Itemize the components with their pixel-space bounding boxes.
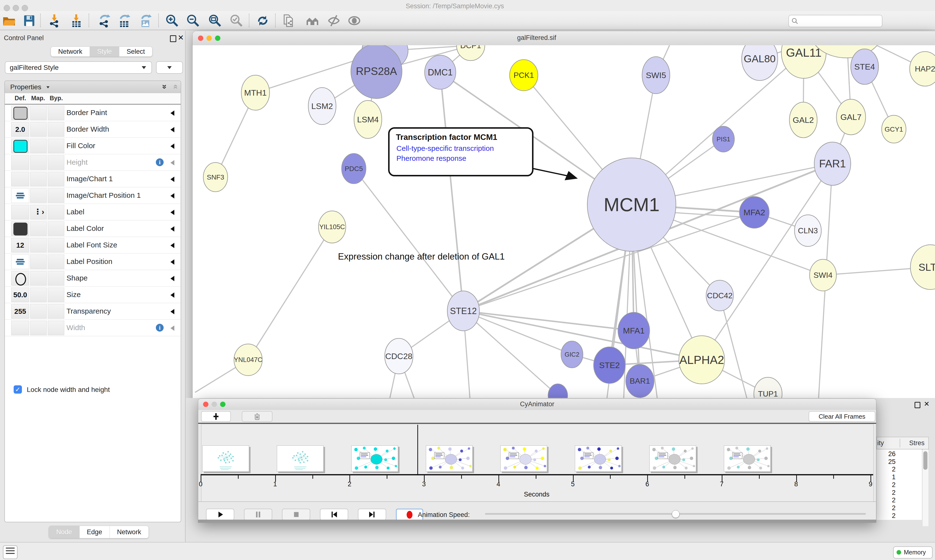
map-cell[interactable] [30,172,47,186]
def-cell[interactable]: 2.0 [11,122,29,137]
def-cell[interactable]: 50.0 [11,288,29,302]
byp-cell[interactable] [48,188,64,203]
properties-header[interactable]: Properties » » [5,81,181,94]
hide-selected-icon[interactable] [326,13,341,28]
table-cell-value[interactable]: 2 [876,497,896,504]
list-icon[interactable] [3,545,17,559]
float-panel-icon[interactable] [170,35,176,42]
collapse-arrow-icon[interactable] [170,210,174,215]
annotation-link[interactable]: Cell-type-specific transcription [397,143,532,153]
map-cell[interactable] [30,106,47,120]
map-cell[interactable] [30,138,47,153]
network-edge[interactable] [354,169,463,311]
skip-to-start-button[interactable] [320,509,348,520]
network-edge[interactable] [702,164,833,360]
map-cell[interactable] [30,188,47,203]
info-icon[interactable]: i [156,324,164,332]
table-cell-value[interactable]: 2 [876,489,896,497]
tab-node[interactable]: Node [49,526,80,538]
style-property-row-image-chart-1[interactable]: Image/Chart 1 [5,171,181,187]
network-edge[interactable] [248,227,332,360]
byp-cell[interactable] [48,288,64,302]
style-selector-dropdown[interactable]: galFiltered Style [5,61,152,74]
def-cell[interactable] [11,254,29,269]
collapse-arrow-icon[interactable] [170,226,174,232]
style-property-row-transparency[interactable]: 255Transparency [5,303,181,320]
byp-cell[interactable] [48,106,64,120]
collapse-arrow-icon[interactable] [170,111,174,116]
collapse-arrow-icon[interactable] [170,127,174,132]
byp-cell[interactable] [48,321,64,335]
collapse-arrow-icon[interactable] [170,259,174,265]
map-cell[interactable] [30,321,47,335]
animation-speed-slider[interactable] [485,513,866,515]
animation-frame-1[interactable] [277,445,324,472]
animation-frame-3[interactable] [426,445,473,472]
animation-frame-2[interactable] [351,445,398,472]
animation-frame-4[interactable] [500,445,547,472]
animation-frame-6[interactable] [650,445,696,472]
close-window-button[interactable] [203,402,208,407]
style-property-row-shape[interactable]: Shape [5,270,181,286]
add-frame-button[interactable] [201,411,231,422]
first-neighbors-icon[interactable] [305,13,320,28]
column-divider[interactable] [900,438,900,448]
animation-frame-7[interactable] [724,445,771,472]
map-cell[interactable] [30,222,47,236]
table-cell-value[interactable]: 25 [876,458,896,466]
zoom-window-button[interactable] [215,35,221,41]
refresh-layout-icon[interactable] [255,13,270,28]
table-cell-value[interactable]: 26 [876,450,896,458]
export-network-icon[interactable] [96,13,111,28]
tab-network[interactable]: Network [110,526,148,538]
network-canvas[interactable]: RPS28ADMC1DCP1PCK1MTH1LSM2LSM4SNF3PDC5YI… [193,45,935,405]
column-header[interactable]: Stres [909,439,924,447]
minimize-window-button[interactable] [211,402,217,407]
style-property-row-label-font-size[interactable]: 12Label Font Size [5,237,181,254]
minimize-window-button[interactable] [207,35,212,41]
search-input[interactable] [788,15,883,27]
zoom-fit-icon[interactable] [207,13,222,28]
style-property-row-label-position[interactable]: Label Position [5,254,181,270]
def-cell[interactable]: 255 [11,304,29,319]
table-cell-value[interactable]: 2 [876,504,896,512]
zoom-window-button[interactable] [220,402,225,407]
cyanimator-titlebar[interactable]: CyAnimator [198,399,876,410]
table-cell-value[interactable]: 2 [876,481,896,489]
def-cell[interactable] [11,106,29,120]
def-cell[interactable] [11,222,29,236]
collapse-arrow-icon[interactable] [170,309,174,314]
column-header[interactable]: ity [877,439,884,447]
style-property-row-border-width[interactable]: 2.0Border Width [5,121,181,138]
animation-frame-5[interactable] [575,445,622,472]
annotation-box[interactable]: Transcription factor MCM1 Cell-type-spec… [388,127,534,176]
map-cell[interactable] [30,122,47,137]
collapse-arrow-icon[interactable] [170,276,174,281]
open-session-icon[interactable] [2,13,17,28]
style-property-row-border-paint[interactable]: Border Paint [5,105,181,121]
import-table-icon[interactable] [69,13,84,28]
collapse-arrow-icon[interactable] [170,193,174,198]
animation-frame-0[interactable] [202,445,249,472]
table-cell-value[interactable]: 2 [876,466,896,473]
byp-cell[interactable] [48,172,64,186]
tab-select[interactable]: Select [119,47,152,57]
map-cell[interactable] [30,238,47,252]
tab-style[interactable]: Style [90,47,119,57]
network-edge[interactable] [440,72,463,311]
close-window-button[interactable] [198,35,203,41]
def-cell[interactable]: 12 [11,238,29,252]
map-cell[interactable] [30,155,47,170]
def-cell[interactable] [11,205,29,219]
collapse-arrow-icon[interactable] [170,160,174,165]
map-cell[interactable] [30,288,47,302]
byp-cell[interactable] [48,138,64,153]
map-cell[interactable] [30,254,47,269]
expand-all-icon[interactable]: » [160,85,170,89]
timeline-playhead[interactable] [417,425,418,475]
byp-cell[interactable] [48,238,64,252]
def-cell[interactable] [11,271,29,286]
style-property-row-height[interactable]: Heighti [5,154,181,171]
def-cell[interactable] [11,172,29,186]
table-cell-value[interactable]: 2 [876,512,896,520]
